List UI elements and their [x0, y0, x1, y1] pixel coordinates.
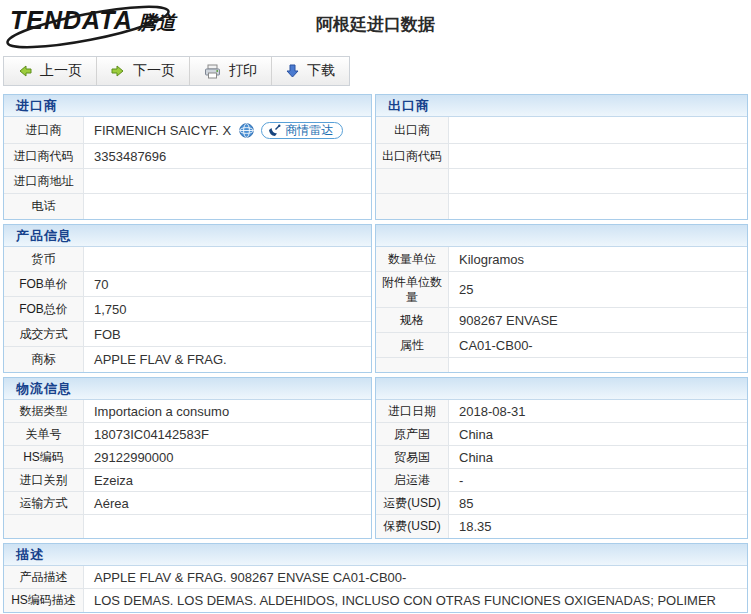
row-value: Importacion a consumo [84, 400, 371, 422]
table-row: 数量单位 Kilogramos [376, 247, 747, 272]
row-value: 3353487696 [84, 144, 371, 168]
importer-name-cell: FIRMENICH SAICYF. X [84, 117, 371, 143]
row-value [84, 194, 371, 219]
row-label: 贸易国 [376, 446, 449, 468]
row-label: 数据类型 [4, 400, 84, 422]
row-label: 进口商 [4, 117, 84, 143]
row-label: FOB总价 [4, 297, 84, 321]
table-row: 电话 [4, 194, 371, 219]
row-value [449, 169, 747, 193]
table-row: 进口商地址 [4, 169, 371, 194]
row-label: 原产国 [376, 423, 449, 445]
top-header: TENDATA腾道 阿根廷进口数据 [0, 0, 751, 52]
row-value [449, 194, 747, 219]
arrow-down-icon [286, 64, 299, 78]
row-label: 属性 [376, 333, 449, 357]
table-row: 商标 APPLE FLAV & FRAG. [4, 347, 371, 372]
arrow-left-icon [18, 64, 32, 78]
row-label: 成交方式 [4, 322, 84, 346]
empty-row [376, 358, 747, 372]
row-value [84, 515, 371, 538]
row-label [376, 194, 449, 219]
row-value [84, 169, 371, 193]
table-row: 启运港 - [376, 469, 747, 492]
row-label: 货币 [4, 247, 84, 271]
row-label [376, 169, 449, 193]
row-label: HS编码描述 [4, 589, 84, 612]
table-row: FOB总价 1,750 [4, 297, 371, 322]
row-value: Aérea [84, 492, 371, 514]
table-row: 保费(USD) 18.35 [376, 515, 747, 538]
table-row: 出口商 [376, 117, 747, 144]
row-label: 产品描述 [4, 566, 84, 588]
table-row: 出口商代码 [376, 144, 747, 169]
row-label [376, 358, 449, 372]
row-label: 商标 [4, 347, 84, 372]
row-label: 启运港 [376, 469, 449, 491]
product-section-right-header [376, 225, 747, 247]
table-row: 运输方式 Aérea [4, 492, 371, 515]
download-button[interactable]: 下载 [272, 57, 349, 85]
row-value: 18073IC04142583F [84, 423, 371, 445]
row-value: 70 [84, 272, 371, 296]
row-value [449, 144, 747, 168]
globe-icon[interactable] [239, 123, 254, 138]
row-value [84, 247, 371, 271]
row-label: 关单号 [4, 423, 84, 445]
table-row: 原产国 China [376, 423, 747, 446]
page-title: 阿根廷进口数据 [0, 13, 751, 36]
prev-page-label: 上一页 [40, 62, 82, 80]
table-row: 货币 [4, 247, 371, 272]
row-label: 数量单位 [376, 247, 449, 271]
row-value [449, 358, 747, 372]
logistics-split: 物流信息 数据类型 Importacion a consumo 关单号 1807… [3, 377, 748, 539]
table-row: 运费(USD) 85 [376, 492, 747, 515]
table-row: 属性 CA01-CB00- [376, 333, 747, 358]
row-label: FOB单价 [4, 272, 84, 296]
importer-section: 进口商 进口商 FIRMENICH SAICYF. X [3, 94, 372, 220]
row-label: HS编码 [4, 446, 84, 468]
importer-name: FIRMENICH SAICYF. X [94, 123, 231, 138]
row-value: LOS DEMAS. LOS DEMAS. ALDEHIDOS, INCLUSO… [84, 589, 747, 612]
row-value: 1,750 [84, 297, 371, 321]
download-label: 下载 [307, 62, 335, 80]
product-split: 产品信息 货币 FOB单价 70 FOB总价 1,750 成交方式 FOB 商标… [3, 224, 748, 373]
description-section: 描述 产品描述 APPLE FLAV & FRAG. 908267 ENVASE… [3, 543, 748, 613]
row-value: - [449, 469, 747, 491]
row-value: 18.35 [449, 515, 747, 538]
row-label: 进口商地址 [4, 169, 84, 193]
table-row: 关单号 18073IC04142583F [4, 423, 371, 446]
table-row: 数据类型 Importacion a consumo [4, 400, 371, 423]
row-label: 规格 [376, 308, 449, 332]
logistics-section-right-header [376, 378, 747, 400]
radar-icon [268, 124, 281, 137]
row-value: China [449, 446, 747, 468]
row-value: 908267 ENVASE [449, 308, 747, 332]
table-row: FOB单价 70 [4, 272, 371, 297]
row-label: 运输方式 [4, 492, 84, 514]
business-radar-label: 商情雷达 [285, 122, 333, 139]
toolbar: 上一页 下一页 打印 下载 [3, 56, 350, 86]
next-page-button[interactable]: 下一页 [97, 57, 190, 85]
business-radar-badge[interactable]: 商情雷达 [261, 122, 343, 139]
row-value: CA01-CB00- [449, 333, 747, 357]
print-or-next-label: 下一页 [133, 62, 175, 80]
empty-row [4, 515, 371, 538]
table-row: 成交方式 FOB [4, 322, 371, 347]
product-section-title: 产品信息 [4, 225, 371, 247]
row-label: 运费(USD) [376, 492, 449, 514]
logistics-section-left: 物流信息 数据类型 Importacion a consumo 关单号 1807… [3, 377, 372, 539]
row-label: 进口日期 [376, 400, 449, 422]
row-value: 2018-08-31 [449, 400, 747, 422]
row-value: APPLE FLAV & FRAG. [84, 347, 371, 372]
row-value: APPLE FLAV & FRAG. 908267 ENVASE CA01-CB… [84, 566, 747, 588]
page: TENDATA腾道 阿根廷进口数据 上一页 下一页 打印 [0, 0, 751, 613]
row-label: 进口商代码 [4, 144, 84, 168]
exporter-section: 出口商 出口商 出口商代码 [375, 94, 748, 220]
product-section-left: 产品信息 货币 FOB单价 70 FOB总价 1,750 成交方式 FOB 商标… [3, 224, 372, 373]
row-value: 29122990000 [84, 446, 371, 468]
table-row: 进口关别 Ezeiza [4, 469, 371, 492]
prev-page-button[interactable]: 上一页 [4, 57, 97, 85]
print-button[interactable]: 打印 [190, 57, 272, 85]
row-value: China [449, 423, 747, 445]
